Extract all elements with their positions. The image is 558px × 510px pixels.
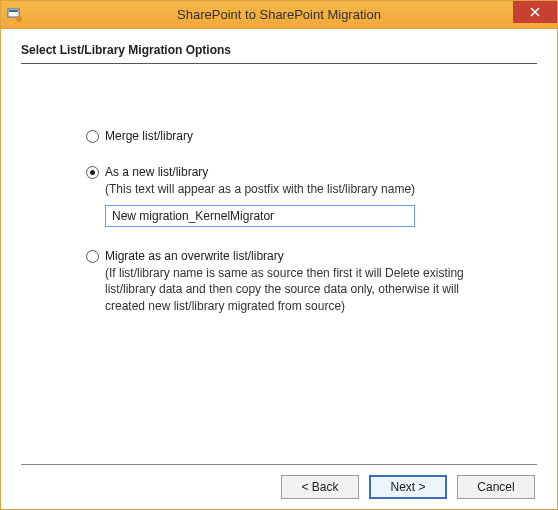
page-heading: Select List/Library Migration Options <box>21 39 537 63</box>
postfix-input[interactable] <box>105 205 415 227</box>
radio-new-row[interactable]: As a new list/library <box>86 165 496 179</box>
radio-merge[interactable] <box>86 130 99 143</box>
window-title: SharePoint to SharePoint Migration <box>1 7 557 22</box>
next-button[interactable]: Next > <box>369 475 447 499</box>
radio-overwrite-row[interactable]: Migrate as an overwrite list/library <box>86 249 496 263</box>
close-icon <box>530 7 540 17</box>
radio-merge-row[interactable]: Merge list/library <box>86 129 496 143</box>
option-new-help: (This text will appear as a postfix with… <box>105 181 496 197</box>
radio-overwrite[interactable] <box>86 250 99 263</box>
app-icon <box>7 7 23 23</box>
option-overwrite: Migrate as an overwrite list/library (If… <box>86 249 496 314</box>
option-overwrite-help: (If list/library name is same as source … <box>105 265 496 314</box>
dialog-window: SharePoint to SharePoint Migration Selec… <box>0 0 558 510</box>
button-row: < Back Next > Cancel <box>21 465 537 503</box>
svg-rect-1 <box>9 10 18 12</box>
option-new: As a new list/library (This text will ap… <box>86 165 496 227</box>
close-button[interactable] <box>513 1 557 23</box>
radio-merge-label[interactable]: Merge list/library <box>105 129 193 143</box>
radio-overwrite-label[interactable]: Migrate as an overwrite list/library <box>105 249 284 263</box>
svg-point-2 <box>16 16 22 22</box>
radio-new[interactable] <box>86 166 99 179</box>
option-merge: Merge list/library <box>86 129 496 143</box>
heading-divider <box>21 63 537 64</box>
content-area: Select List/Library Migration Options Me… <box>1 29 557 509</box>
back-button[interactable]: < Back <box>281 475 359 499</box>
cancel-button[interactable]: Cancel <box>457 475 535 499</box>
radio-new-label[interactable]: As a new list/library <box>105 165 208 179</box>
options-group: Merge list/library As a new list/library… <box>86 129 496 336</box>
footer: < Back Next > Cancel <box>21 464 537 503</box>
titlebar: SharePoint to SharePoint Migration <box>1 1 557 29</box>
